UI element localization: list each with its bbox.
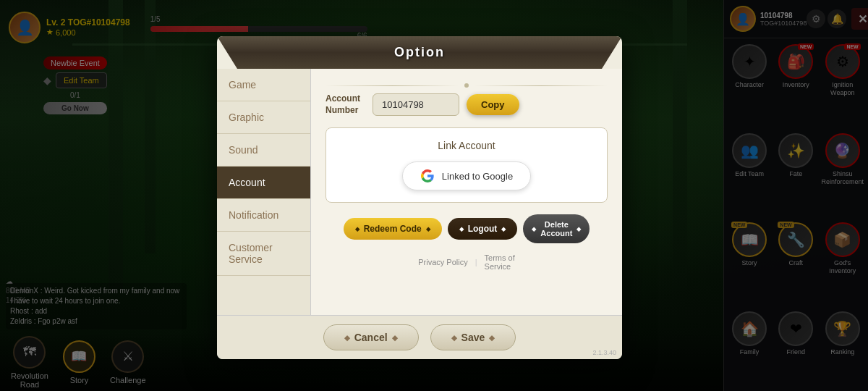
option-dialog-footer: ◆ Cancel ◆ ◆ Save ◆ [217, 315, 622, 359]
delete-account-button[interactable]: Delete Account [523, 214, 590, 243]
cancel-btn-diamond-left: ◆ [344, 334, 350, 342]
cancel-btn-label: Cancel [354, 332, 388, 343]
action-buttons-row: Redeem Code Logout Delete Account [326, 214, 608, 243]
terms-of-service-link[interactable]: Terms of Service [477, 253, 522, 271]
option-nav-customer-service[interactable]: Customer Service [217, 232, 310, 276]
linked-to-google-button[interactable]: Linked to Google [402, 161, 531, 190]
option-nav-account[interactable]: Account [217, 167, 310, 199]
account-number-label: Account Number [326, 93, 365, 116]
copy-button[interactable]: Copy [467, 94, 519, 115]
option-nav-sound[interactable]: Sound [217, 134, 310, 167]
modal-overlay: Option Game Graphic Sound Account Notifi… [0, 0, 868, 391]
link-account-title: Link Account [338, 140, 595, 151]
account-number-input[interactable] [373, 93, 459, 116]
google-g-icon [420, 169, 435, 183]
option-dialog-header: Option [217, 36, 622, 69]
option-nav-graphic[interactable]: Graphic [217, 101, 310, 134]
account-number-row: Account Number Copy [326, 93, 608, 116]
option-dialog: Option Game Graphic Sound Account Notifi… [217, 36, 622, 359]
scroll-line-right [475, 85, 608, 86]
scroll-dot [464, 83, 469, 88]
save-btn-diamond-left: ◆ [451, 334, 457, 342]
cancel-btn-diamond-right: ◆ [392, 334, 398, 342]
option-dialog-title: Option [394, 45, 445, 60]
option-content-area: Account Number Copy Link Account [311, 69, 622, 315]
version-text: 2.1.3.40 [592, 349, 616, 356]
option-dialog-body: Game Graphic Sound Account Notification … [217, 69, 622, 315]
save-button[interactable]: ◆ Save ◆ [430, 324, 516, 350]
option-nav-notification[interactable]: Notification [217, 199, 310, 232]
option-nav-game[interactable]: Game [217, 69, 310, 101]
linked-to-google-label: Linked to Google [442, 171, 513, 182]
link-account-section: Link Account Linked to Google [326, 127, 608, 203]
save-btn-label: Save [461, 332, 485, 343]
cancel-button[interactable]: ◆ Cancel ◆ [323, 324, 419, 350]
privacy-policy-link[interactable]: Privacy Policy [411, 258, 475, 266]
logout-button[interactable]: Logout [448, 218, 518, 240]
policy-links: Privacy Policy | Terms of Service [326, 253, 608, 271]
scroll-line-left [326, 85, 459, 86]
redeem-code-button[interactable]: Redeem Code [344, 218, 442, 240]
save-btn-diamond-right: ◆ [489, 334, 495, 342]
option-nav: Game Graphic Sound Account Notification … [217, 69, 311, 315]
scroll-indicator-top [326, 83, 608, 88]
